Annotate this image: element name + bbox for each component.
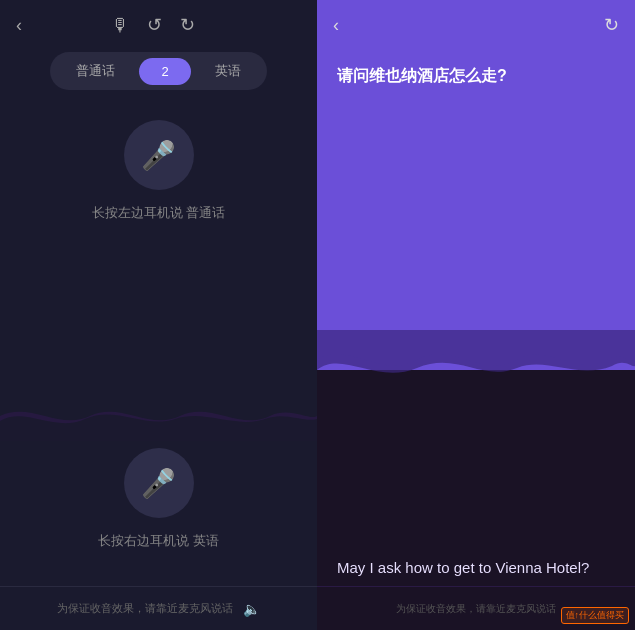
right-footer-text: 为保证收音效果，请靠近麦克风说话 (396, 602, 556, 616)
right-wave-svg (317, 330, 635, 390)
language-tabs: 普通话 2 英语 (50, 52, 266, 90)
wave-divider (0, 391, 317, 445)
left-panel: ‹ 🎙 ↺ ↻ 普通话 2 英语 🎤 长按左边耳机说 普通话 🎤 长按右边耳机说… (0, 0, 317, 630)
mic-area-top: 🎤 长按左边耳机说 普通话 (92, 120, 226, 630)
redo-icon[interactable]: ↻ (180, 14, 195, 36)
mic-label-top: 长按左边耳机说 普通话 (92, 204, 226, 222)
right-panel: ‹ ↻ 请问维也纳酒店怎么走? May I ask how to get to … (317, 0, 635, 630)
left-header: ‹ 🎙 ↺ ↻ (0, 0, 317, 44)
right-question: 请问维也纳酒店怎么走? (317, 44, 635, 88)
watermark: 值↑什么值得买 (561, 607, 630, 624)
mic-label-bottom: 长按右边耳机说 英语 (98, 532, 219, 550)
right-bottom: May I ask how to get to Vienna Hotel? 为保… (317, 370, 635, 630)
mic-button-top[interactable]: 🎤 (124, 120, 194, 190)
undo-icon[interactable]: ↺ (147, 14, 162, 36)
tab-english[interactable]: 英语 (193, 56, 263, 86)
mic-icon-top: 🎤 (141, 139, 176, 172)
mic-icon-bottom: 🎤 (141, 467, 176, 500)
mic-button-bottom[interactable]: 🎤 (124, 448, 194, 518)
left-footer-icon[interactable]: 🔈 (243, 601, 260, 617)
right-header: ‹ ↻ (317, 0, 635, 44)
mic-settings-icon[interactable]: 🎙 (111, 15, 129, 36)
back-button-left[interactable]: ‹ (16, 15, 22, 36)
header-center-icons: 🎙 ↺ ↻ (111, 14, 195, 36)
history-icon[interactable]: ↻ (604, 14, 619, 36)
left-footer-text: 为保证收音效果，请靠近麦克风说话 (57, 601, 233, 616)
back-button-right[interactable]: ‹ (333, 15, 339, 36)
tab-bilingual[interactable]: 2 (139, 58, 190, 85)
mic-area-bottom: 🎤 长按右边耳机说 英语 (98, 448, 219, 550)
tab-chinese[interactable]: 普通话 (54, 56, 137, 86)
left-footer: 为保证收音效果，请靠近麦克风说话 🔈 (0, 586, 317, 630)
